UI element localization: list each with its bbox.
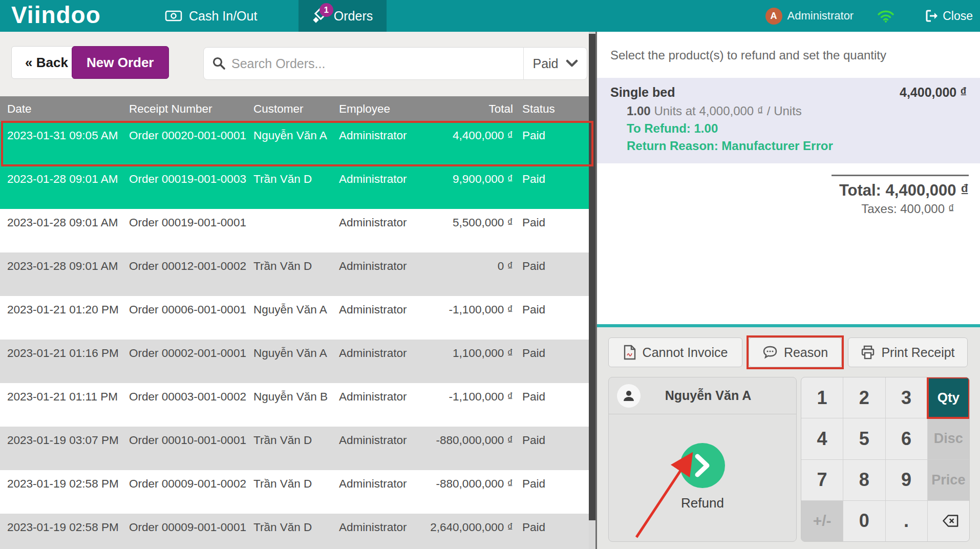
numpad-key-9[interactable]: 9 — [886, 460, 927, 500]
orders-count-badge: 1 — [319, 3, 333, 17]
search-bar: Paid — [203, 47, 587, 80]
table-row[interactable]: 2023-01-21 01:11 PM Order 00003-001-0002… — [0, 383, 589, 427]
cannot-invoice-label: Cannot Invoice — [643, 345, 728, 360]
reason-label: Reason — [784, 345, 828, 360]
banknote-icon — [165, 9, 182, 23]
cell-total: 5,500,000 ₫ — [417, 209, 516, 252]
table-header-row: Date Receipt Number Customer Employee To… — [0, 96, 589, 122]
numpad-key-plusminus: +/- — [801, 501, 843, 541]
person-icon — [617, 384, 641, 408]
order-total-box: Total: 4,400,000 ₫ Taxes: 400,000 ₫ — [832, 175, 969, 216]
table-row[interactable]: 2023-01-19 02:58 PM Order 00009-001-0002… — [0, 470, 589, 514]
cell-date: 2023-01-19 03:07 PM — [0, 427, 122, 470]
product-price: 4,400,000 ₫ — [900, 85, 967, 100]
cell-receipt: Order 00009-001-0002 — [122, 470, 246, 514]
cash-in-out-button[interactable]: Cash In/Out — [165, 0, 257, 32]
cell-receipt: Order 00003-001-0002 — [122, 383, 246, 427]
cell-status: Paid — [516, 296, 589, 340]
cell-date: 2023-01-28 09:01 AM — [0, 209, 122, 252]
numpad-key-backspace[interactable] — [928, 501, 969, 541]
cell-total: -880,000,000 ₫ — [417, 470, 516, 514]
reason-button[interactable]: Reason — [749, 337, 842, 367]
close-label: Close — [943, 9, 973, 23]
col-header-receipt: Receipt Number — [122, 102, 246, 116]
reason-button-annotation: Reason — [747, 335, 844, 369]
actionpad-section: Cannot Invoice Reason Print Receipt — [597, 324, 980, 549]
user-name[interactable]: Administrator — [787, 9, 854, 23]
table-row[interactable]: 2023-01-21 01:16 PM Order 00002-001-0001… — [0, 340, 589, 383]
numpad-mode-qty[interactable]: Qty — [928, 377, 969, 418]
cell-status: Paid — [516, 427, 589, 470]
cell-customer: Trần Văn D — [246, 514, 332, 549]
tab-orders[interactable]: 1 Orders — [299, 0, 387, 32]
table-row[interactable]: 2023-01-19 03:07 PM Order 00010-001-0001… — [0, 427, 589, 470]
numpad-key-2[interactable]: 2 — [843, 377, 885, 418]
numpad-key-1[interactable]: 1 — [801, 377, 843, 418]
cell-status: Paid — [516, 340, 589, 383]
cell-receipt: Order 00006-001-0001 — [122, 296, 246, 340]
avatar[interactable]: A — [765, 8, 782, 25]
numpad-key-3[interactable]: 3 — [886, 377, 927, 418]
cell-customer: Nguyễn Văn A — [246, 122, 332, 165]
refund-panel: Select the product(s) to refund and set … — [597, 32, 980, 549]
orders-table: Date Receipt Number Customer Employee To… — [0, 96, 589, 549]
numpad: 1 2 3 Qty 4 5 6 Disc 7 8 9 Price +/- 0 . — [801, 377, 970, 542]
cell-employee: Administrator — [332, 514, 417, 549]
table-row[interactable]: 2023-01-28 09:01 AM Order 00019-001-0003… — [0, 165, 589, 209]
numpad-key-7[interactable]: 7 — [801, 460, 843, 500]
table-scrollbar[interactable] — [589, 32, 595, 549]
table-row[interactable]: 2023-01-21 01:20 PM Order 00006-001-0001… — [0, 296, 589, 340]
cannot-invoice-button[interactable]: Cannot Invoice — [608, 337, 742, 367]
table-row[interactable]: 2023-01-28 09:01 AM Order 00019-001-0001… — [0, 209, 589, 252]
cell-total: 4,400,000 ₫ — [417, 122, 516, 165]
print-receipt-button[interactable]: Print Receipt — [848, 337, 968, 367]
close-session-button[interactable]: Close — [924, 9, 973, 23]
search-input[interactable] — [231, 48, 523, 79]
cell-status: Paid — [516, 165, 589, 209]
numpad-key-4[interactable]: 4 — [801, 418, 843, 459]
cell-status: Paid — [516, 383, 589, 427]
cell-employee: Administrator — [332, 252, 417, 296]
numpad-mode-disc: Disc — [928, 418, 969, 459]
cell-customer: Nguyễn Văn A — [246, 340, 332, 383]
backspace-icon — [938, 514, 959, 528]
order-total: Total: 4,400,000 ₫ — [832, 181, 969, 200]
orders-toolbar: « Back New Order Paid — [0, 32, 597, 96]
table-row[interactable]: 2023-01-28 09:01 AM Order 00012-001-0002… — [0, 252, 589, 296]
numpad-key-5[interactable]: 5 — [843, 418, 885, 459]
cell-customer: Trần Văn D — [246, 470, 332, 514]
table-scrollbar-thumb[interactable] — [589, 34, 595, 520]
cell-date: 2023-01-31 09:05 AM — [0, 122, 122, 165]
refund-button-label: Refund — [609, 495, 796, 511]
cell-total: 2,640,000,000 ₫ — [417, 514, 516, 549]
numpad-key-6[interactable]: 6 — [886, 418, 927, 459]
cell-status: Paid — [516, 252, 589, 296]
numpad-key-0[interactable]: 0 — [843, 501, 885, 541]
refund-button[interactable] — [680, 443, 725, 488]
status-filter-dropdown[interactable]: Paid — [523, 48, 587, 79]
col-header-status: Status — [516, 102, 589, 116]
col-header-total: Total — [417, 102, 516, 116]
col-header-customer: Customer — [246, 102, 332, 116]
chevron-down-icon — [566, 59, 578, 68]
numpad-key-8[interactable]: 8 — [843, 460, 885, 500]
numpad-key-dot[interactable]: . — [886, 501, 927, 541]
cell-customer: Nguyễn Văn B — [246, 383, 332, 427]
logout-icon — [924, 9, 939, 23]
new-order-button[interactable]: New Order — [72, 46, 169, 79]
orderline-single-bed[interactable]: Single bed 4,400,000 ₫ 1.00 Units at 4,0… — [597, 78, 980, 163]
numpad-mode-price: Price — [928, 460, 969, 500]
refund-heading: Select the product(s) to refund and set … — [597, 32, 980, 62]
cell-status: Paid — [516, 514, 589, 549]
cell-receipt: Order 00009-001-0001 — [122, 514, 246, 549]
cell-date: 2023-01-28 09:01 AM — [0, 252, 122, 296]
table-row[interactable]: 2023-01-19 02:58 PM Order 00009-001-0001… — [0, 514, 589, 549]
order-taxes: Taxes: 400,000 ₫ — [832, 202, 969, 216]
cell-customer: Trần Văn D — [246, 427, 332, 470]
cash-in-out-label: Cash In/Out — [189, 9, 257, 24]
cell-employee: Administrator — [332, 165, 417, 209]
customer-name: Nguyễn Văn A — [641, 388, 796, 403]
customer-button[interactable]: Nguyễn Văn A — [609, 377, 796, 414]
cell-total: 0 ₫ — [417, 252, 516, 296]
table-row[interactable]: 2023-01-31 09:05 AM Order 00020-001-0001… — [0, 122, 589, 165]
